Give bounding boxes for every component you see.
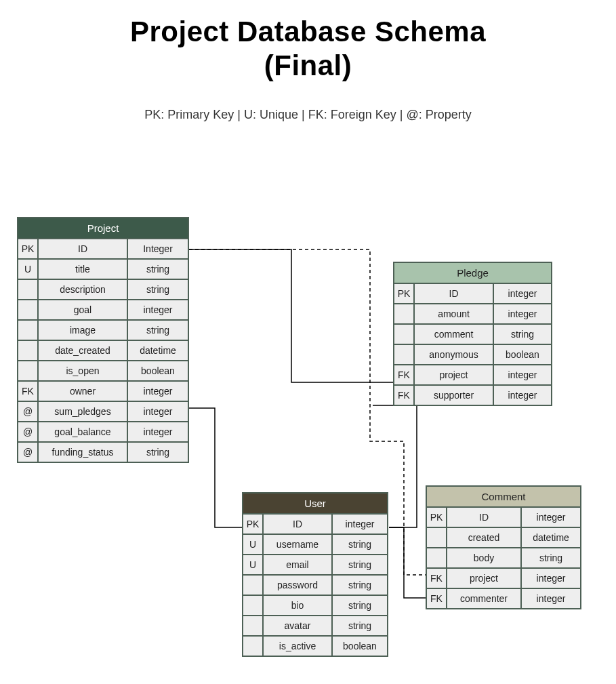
row-type: boolean [494, 345, 551, 364]
row-type: integer [522, 569, 580, 588]
row-name: supporter [415, 386, 493, 405]
row-key: FK [18, 382, 37, 401]
row-key: PK [427, 508, 446, 527]
row-name: ID [447, 508, 520, 527]
row-key: PK [243, 515, 262, 534]
row-type: integer [522, 508, 580, 527]
row-key: FK [394, 386, 413, 405]
row-key: U [243, 555, 262, 574]
row-key [18, 321, 37, 340]
row-name: project [415, 365, 493, 384]
row-type: string [333, 616, 387, 635]
row-name: image [39, 321, 127, 340]
row-name: description [39, 280, 127, 299]
legend-text: PK: Primary Key | U: Unique | FK: Foreig… [0, 108, 616, 122]
row-type: integer [333, 515, 387, 534]
row-name: created [447, 528, 520, 547]
row-name: body [447, 548, 520, 567]
row-key [18, 280, 37, 299]
row-name: username [264, 535, 331, 554]
row-name: email [264, 555, 331, 574]
row-type: integer [128, 300, 188, 319]
row-type: string [128, 260, 188, 279]
title-line-1: Project Database Schema [0, 15, 616, 49]
row-name: goal [39, 300, 127, 319]
row-key [427, 528, 446, 547]
row-type: integer [494, 365, 551, 384]
table-pledge-header: Pledge [394, 263, 551, 283]
row-type: integer [128, 382, 188, 401]
row-name: anonymous [415, 345, 493, 364]
title-line-2: (Final) [0, 49, 616, 83]
table-comment: Comment PKIDintegercreateddatetimebodyst… [426, 485, 581, 609]
row-key [18, 300, 37, 319]
row-key [18, 361, 37, 380]
row-type: integer [128, 402, 188, 421]
row-key [243, 576, 262, 595]
row-key: FK [427, 569, 446, 588]
row-name: sum_pledges [39, 402, 127, 421]
row-type: integer [494, 304, 551, 323]
row-key [394, 345, 413, 364]
row-name: ID [39, 239, 127, 258]
row-key: FK [427, 589, 446, 608]
row-key [18, 341, 37, 360]
row-name: funding_status [39, 443, 127, 462]
row-key [394, 304, 413, 323]
row-type: string [128, 280, 188, 299]
row-name: is_active [264, 637, 331, 656]
row-name: ID [415, 284, 493, 303]
row-name: is_open [39, 361, 127, 380]
row-type: string [522, 548, 580, 567]
row-type: boolean [128, 361, 188, 380]
row-key: @ [18, 402, 37, 421]
table-user-header: User [243, 494, 387, 513]
row-type: integer [494, 284, 551, 303]
row-name: ID [264, 515, 331, 534]
row-name: project [447, 569, 520, 588]
row-name: owner [39, 382, 127, 401]
row-name: bio [264, 596, 331, 615]
row-name: comment [415, 325, 493, 344]
row-key: U [18, 260, 37, 279]
row-type: string [128, 321, 188, 340]
row-type: string [333, 535, 387, 554]
row-key: PK [394, 284, 413, 303]
row-type: integer [494, 386, 551, 405]
row-name: commenter [447, 589, 520, 608]
row-type: integer [128, 422, 188, 441]
row-name: password [264, 576, 331, 595]
row-type: string [333, 576, 387, 595]
row-key: PK [18, 239, 37, 258]
row-type: string [333, 555, 387, 574]
row-key [243, 637, 262, 656]
row-key: @ [18, 443, 37, 462]
row-name: goal_balance [39, 422, 127, 441]
row-key [243, 616, 262, 635]
table-user: User PKIDintegerUusernamestringUemailstr… [242, 492, 388, 657]
row-type: boolean [333, 637, 387, 656]
row-name: date_created [39, 341, 127, 360]
row-key [427, 548, 446, 567]
row-type: Integer [128, 239, 188, 258]
row-type: string [128, 443, 188, 462]
table-project: Project PKIDIntegerUtitlestringdescripti… [17, 217, 189, 463]
row-name: amount [415, 304, 493, 323]
table-pledge: Pledge PKIDintegeramountintegercommentst… [393, 262, 552, 406]
table-comment-header: Comment [427, 487, 580, 506]
row-key: FK [394, 365, 413, 384]
row-key: @ [18, 422, 37, 441]
row-key [394, 325, 413, 344]
row-name: avatar [264, 616, 331, 635]
diagram-title: Project Database Schema (Final) [0, 0, 616, 83]
table-project-header: Project [18, 218, 188, 238]
row-type: string [494, 325, 551, 344]
row-type: datetime [522, 528, 580, 547]
row-type: string [333, 596, 387, 615]
row-key [243, 596, 262, 615]
row-type: integer [522, 589, 580, 608]
row-type: datetime [128, 341, 188, 360]
row-key: U [243, 535, 262, 554]
row-name: title [39, 260, 127, 279]
